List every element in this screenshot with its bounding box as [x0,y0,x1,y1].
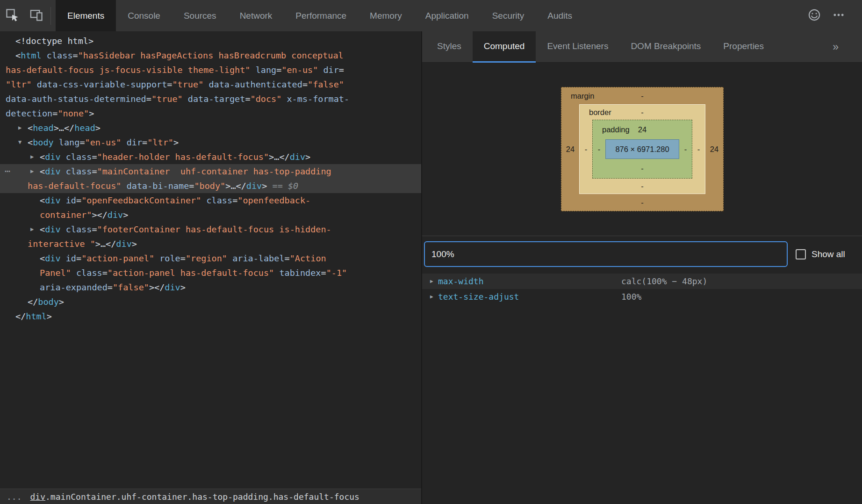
sidebar-tabs: StylesComputedEvent ListenersDOM Breakpo… [426,31,775,62]
dom-node-line[interactable]: ▶<div class="footerContainer has-default… [0,222,421,237]
dom-node-line[interactable]: has-default-focus js-focus-visible theme… [0,63,421,77]
expand-twisty-icon[interactable]: ▶ [30,164,34,179]
feedback-button[interactable] [802,0,826,31]
dom-node-line[interactable]: </body> [0,295,421,309]
tab-overflow-button[interactable]: » [833,31,839,62]
sidebar-tab-event-listeners[interactable]: Event Listeners [536,31,619,63]
expand-twisty-icon[interactable]: ▶ [430,274,433,289]
dom-node-line[interactable]: <!doctype html> [0,34,421,48]
section-divider [422,236,862,236]
main-tab-audits[interactable]: Audits [536,0,584,31]
dom-node-line[interactable]: has-default-focus" data-bi-name="body">…… [0,179,421,193]
main-tab-elements[interactable]: Elements [56,0,116,31]
code-token: = [180,253,186,263]
sidebar-tab-styles[interactable]: Styles [426,31,473,63]
margin-top-value[interactable]: - [641,92,644,100]
dom-node-line[interactable]: container"></div> [0,208,421,222]
border-bottom-value[interactable]: - [641,182,644,190]
dom-node-line[interactable]: Panel" class="action-panel has-default-f… [0,266,421,280]
main-tab-application[interactable]: Application [414,0,481,31]
sidebar-tab-bar: StylesComputedEvent ListenersDOM Breakpo… [422,31,862,63]
border-top-value[interactable]: - [641,108,644,116]
box-model-margin[interactable]: margin - 24 border - - [561,87,724,211]
code-token: data-auth-status-determined [6,94,146,104]
breadcrumb-item[interactable]: div.mainContainer.uhf-container.has-top-… [30,492,359,502]
code-token: div [165,282,180,292]
dom-node-line[interactable]: <div id="action-panel" role="region" ari… [0,251,421,266]
margin-bottom-value[interactable]: - [641,198,644,207]
show-all-checkbox[interactable] [796,249,806,259]
border-right-value[interactable]: - [692,120,705,179]
inspect-element-button[interactable] [0,0,24,31]
code-token: <!doctype html> [15,36,93,46]
device-toolbar-button[interactable] [24,0,49,31]
main-tab-security[interactable]: Security [481,0,536,31]
computed-property-row[interactable]: ▶text-size-adjust100% [422,289,862,304]
padding-left-value[interactable]: - [593,139,605,159]
dom-node-line[interactable]: "ltr" data-css-variable-support="true" d… [0,77,421,92]
margin-right-value[interactable]: 24 [705,104,723,194]
code-token: </ [15,311,26,321]
code-token [154,253,159,263]
dom-node-line[interactable]: interactive ">…</div> [0,237,421,251]
padding-right-value[interactable]: - [679,139,692,159]
expand-twisty-icon[interactable]: ▶ [30,150,34,164]
expand-twisty-icon[interactable]: ▶ [30,222,34,237]
code-token [201,195,206,205]
code-token: class [76,268,102,278]
property-value: 100% [621,289,641,304]
main-tab-performance[interactable]: Performance [284,0,358,31]
code-token: tabindex [279,268,321,278]
margin-left-value[interactable]: 24 [561,104,579,194]
breadcrumb-overflow-button[interactable]: ... [7,492,22,502]
box-model-padding[interactable]: padding 24 - 876 × 6971.280 - - [592,120,692,179]
computed-filter-row: Show all [422,241,862,267]
dom-node-line[interactable]: ▼<body lang="en-us" dir="ltr"> [0,135,421,150]
main-tab-memory[interactable]: Memory [358,0,414,31]
computed-property-row[interactable]: ▶max-widthcalc(100% − 48px) [422,274,862,289]
padding-bottom-value[interactable]: - [641,164,644,173]
code-token: head [33,123,54,133]
dom-node-line[interactable]: ⋯▶<div class="mainContainer uhf-containe… [0,164,421,179]
dom-node-line[interactable]: <html class="hasSidebar hasPageActions h… [0,48,421,63]
dom-node-line[interactable]: <div id="openFeedbackContainer" class="o… [0,193,421,208]
computed-filter-input[interactable] [424,241,788,267]
main-tab-sources[interactable]: Sources [172,0,228,31]
code-token: "ltr" [6,79,32,89]
main-tab-console[interactable]: Console [116,0,172,31]
expand-twisty-icon[interactable]: ▶ [18,121,22,135]
sidebar-tab-dom-breakpoints[interactable]: DOM Breakpoints [619,31,712,63]
property-name: max-width [438,274,484,289]
box-model-content[interactable]: 876 × 6971.280 [605,139,679,159]
code-token: "openfeedback- [237,195,310,205]
box-model-border[interactable]: border - - padding 24 [579,104,705,194]
sidebar-tab-computed[interactable]: Computed [473,31,536,63]
code-token: body [33,137,54,147]
toolbar-separator [50,7,51,25]
dom-node-line[interactable]: aria-expanded="false"></div> [0,280,421,295]
code-token [71,268,76,278]
code-token: html [21,50,42,60]
dom-node-line[interactable]: ▶<head>…</head> [0,121,421,135]
expand-twisty-icon[interactable]: ▶ [430,289,433,304]
margin-label: margin [571,87,594,104]
main-tab-network[interactable]: Network [228,0,284,31]
dom-node-line[interactable]: ▶<div class="header-holder has-default-f… [0,150,421,164]
code-token: body [38,297,59,307]
padding-top-value[interactable]: 24 [638,125,646,134]
code-token: "true" [151,94,183,104]
dom-node-line[interactable]: detection="none"> [0,106,421,121]
dom-node-line[interactable]: data-auth-status-determined="true" data-… [0,92,421,106]
code-token [227,253,232,263]
collapse-twisty-icon[interactable]: ▼ [18,135,22,150]
code-token: "ltr" [147,137,173,147]
code-token: div [108,210,123,220]
sidebar-tab-properties[interactable]: Properties [712,31,775,63]
more-menu-button[interactable] [826,0,851,31]
code-token: == $0 [267,181,298,191]
border-left-value[interactable]: - [580,120,592,179]
gutter-overflow-icon[interactable]: ⋯ [5,164,10,179]
more-dots-icon [832,8,845,23]
code-token: "en-us" [85,137,122,147]
dom-node-line[interactable]: </html> [0,309,421,324]
